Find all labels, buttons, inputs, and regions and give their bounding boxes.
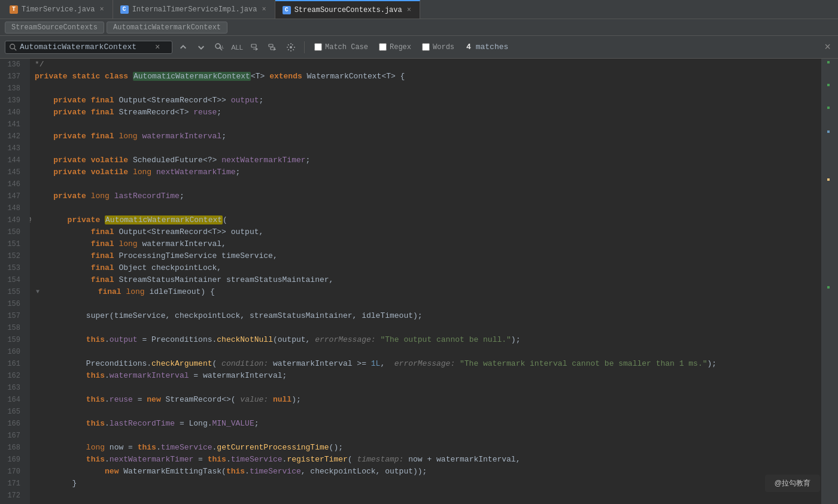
- line-number: 140: [0, 107, 25, 119]
- tab-close-internal[interactable]: ×: [260, 5, 267, 14]
- line-number: 169: [0, 454, 25, 466]
- line-number: 144: [0, 154, 25, 166]
- tab-label-internal: InternalTimerServiceImpl.java: [132, 5, 257, 14]
- find-all-button[interactable]: ALL: [212, 40, 226, 54]
- search-input[interactable]: [20, 42, 151, 51]
- tab-timer-service[interactable]: T TimerService.java ×: [2, 0, 113, 19]
- line-number: 170: [0, 466, 25, 478]
- regex-checkbox[interactable]: [379, 43, 387, 51]
- code-line: private final Output<StreamRecord<T>> ou…: [35, 95, 821, 107]
- line-number: 145: [0, 166, 25, 178]
- settings-button[interactable]: [284, 40, 298, 54]
- code-line: new WatermarkEmittingTask(this.timeServi…: [35, 466, 821, 478]
- line-number: 150: [0, 226, 25, 238]
- words-checkbox[interactable]: [422, 43, 430, 51]
- code-line: final Object checkpointLock,: [35, 262, 821, 274]
- watermark: @拉勾教育: [765, 475, 820, 492]
- line-number: 154: [0, 274, 25, 286]
- search-clear-button[interactable]: ×: [154, 42, 161, 52]
- code-line: ▼ final long idleTimeout) {: [35, 286, 821, 298]
- code-line: private volatile long nextWatermarkTime;: [35, 166, 821, 178]
- svg-point-8: [290, 46, 292, 48]
- code-line: private volatile ScheduledFuture<?> next…: [35, 154, 821, 166]
- tab-icon-stream: C: [283, 6, 291, 14]
- prev-match-button[interactable]: [176, 40, 190, 54]
- line-number: 172: [0, 490, 25, 502]
- line-number: 166: [0, 418, 25, 430]
- code-line: final Output<StreamRecord<T>> output,: [35, 226, 821, 238]
- code-line: [35, 346, 821, 358]
- code-line: private final long watermarkInterval;: [35, 130, 821, 142]
- match-case-option[interactable]: Match Case: [311, 42, 372, 53]
- line-number: 171: [0, 478, 25, 490]
- breadcrumb-stream-source[interactable]: StreamSourceContexts: [5, 22, 104, 34]
- line-number: 142: [0, 130, 25, 142]
- line-number: 162: [0, 370, 25, 382]
- line-number: 143: [0, 142, 25, 154]
- line-number: 167: [0, 430, 25, 442]
- code-line: [35, 430, 821, 442]
- code-line: [35, 382, 821, 394]
- search-matches-count: 4 matches: [466, 42, 508, 51]
- line-number: 147: [0, 190, 25, 202]
- svg-line-1: [14, 48, 17, 50]
- tab-close-timer[interactable]: ×: [98, 5, 105, 14]
- match-count: 4: [466, 42, 471, 51]
- search-panel-close[interactable]: ×: [822, 41, 833, 53]
- words-option[interactable]: Words: [418, 42, 458, 53]
- line-number: 148: [0, 202, 25, 214]
- line-number: 165: [0, 406, 25, 418]
- line-numbers: 1361371381391401411421431441451461471481…: [0, 59, 30, 504]
- tab-stream-source[interactable]: C StreamSourceContexts.java ×: [275, 0, 420, 19]
- code-line: [35, 298, 821, 310]
- tab-label-stream: StreamSourceContexts.java: [294, 6, 402, 14]
- line-number: 157: [0, 310, 25, 322]
- line-number: 136: [0, 59, 25, 71]
- line-number: 163: [0, 382, 25, 394]
- replace-all-button[interactable]: [266, 40, 280, 54]
- line-number: 149: [0, 214, 25, 226]
- line-number: 151: [0, 238, 25, 250]
- line-number: 155: [0, 286, 25, 298]
- code-line: [35, 142, 821, 154]
- words-label: Words: [433, 43, 454, 51]
- match-case-checkbox[interactable]: [314, 43, 322, 51]
- line-number: 153: [0, 262, 25, 274]
- code-line: final long watermarkInterval,: [35, 238, 821, 250]
- line-number: 156: [0, 298, 25, 310]
- code-line: @ private AutomaticWatermarkContext(: [35, 214, 821, 226]
- code-line: private final StreamRecord<T> reuse;: [35, 107, 821, 119]
- code-area: 1361371381391401411421431441451461471481…: [0, 59, 838, 504]
- code-line: [35, 322, 821, 334]
- line-number: 161: [0, 358, 25, 370]
- breadcrumb-bar: StreamSourceContexts AutomaticWatermarkC…: [0, 19, 838, 36]
- regex-option[interactable]: Regex: [375, 42, 415, 53]
- matches-word: matches: [476, 42, 509, 51]
- regex-label: Regex: [390, 43, 411, 51]
- search-input-wrap[interactable]: ×: [5, 41, 172, 54]
- find-all-btn2[interactable]: ALL: [230, 40, 244, 54]
- breadcrumb-watermark-context[interactable]: AutomaticWatermarkContext: [107, 22, 227, 34]
- tab-label-timer: TimerService.java: [22, 5, 95, 14]
- svg-rect-6: [269, 44, 273, 47]
- line-number: 158: [0, 322, 25, 334]
- line-number: 164: [0, 394, 25, 406]
- replace-button[interactable]: [248, 40, 262, 54]
- code-line: this.watermarkInterval = watermarkInterv…: [35, 370, 821, 382]
- tab-close-stream[interactable]: ×: [406, 6, 412, 14]
- scrollbar-area[interactable]: [830, 59, 838, 504]
- svg-text:ALL: ALL: [219, 45, 224, 50]
- tab-internal-timer[interactable]: C InternalTimerServiceImpl.java ×: [113, 0, 275, 19]
- code-line: this.reuse = new StreamRecord<>( value: …: [35, 394, 821, 406]
- line-number: 159: [0, 334, 25, 346]
- search-divider: [304, 41, 305, 53]
- line-number: 160: [0, 346, 25, 358]
- fold-icon[interactable]: ▼: [36, 286, 40, 298]
- code-line: this.lastRecordTime = Long.MIN_VALUE;: [35, 418, 821, 430]
- code-line: long now = this.timeService.getCurrentPr…: [35, 442, 821, 454]
- code-line: final StreamStatusMaintainer streamStatu…: [35, 274, 821, 286]
- code-line: [35, 119, 821, 130]
- next-match-button[interactable]: [194, 40, 208, 54]
- line-number: 141: [0, 119, 25, 130]
- line-number: 168: [0, 442, 25, 454]
